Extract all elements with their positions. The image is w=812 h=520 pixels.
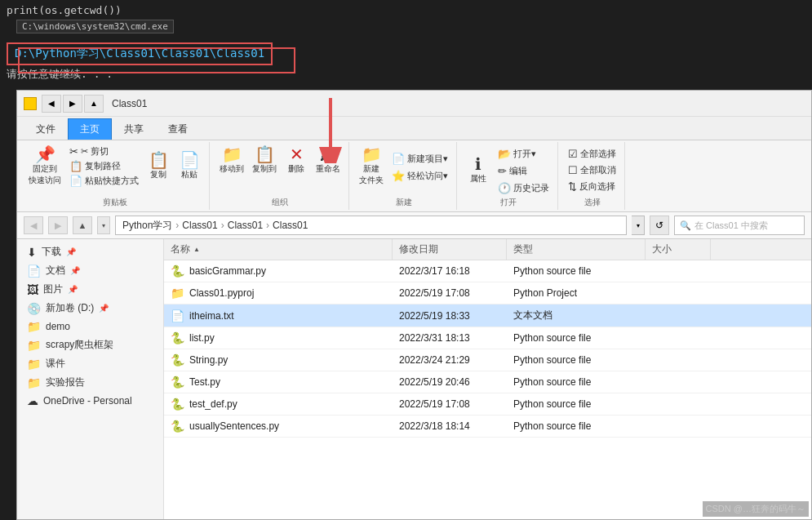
header-type[interactable]: 类型 [507,239,646,260]
file-size [646,356,711,364]
pictures-icon: 🖼 [27,283,38,296]
edit-icon: ✏ [498,165,507,177]
rename-btn[interactable]: 🖊 重命名 [313,144,344,176]
download-icon: ⬇ [27,246,37,259]
path-part-3[interactable]: Class01 [228,220,263,231]
header-date[interactable]: 修改日期 [393,239,507,260]
new-item-label: 新建项目▾ [407,153,448,165]
delete-btn[interactable]: ✕ 删除 [282,144,311,176]
sidebar-item-scrapy[interactable]: 📁 scrapy爬虫框架 [17,336,163,354]
path-part-4[interactable]: Class01 [273,220,308,231]
up-btn[interactable]: ▲ [73,216,92,234]
select-none-icon: ☐ [568,164,578,176]
file-size [646,378,711,386]
sidebar-item-documents[interactable]: 📄 文档 📌 [17,261,163,280]
paste-shortcut-label: 粘贴快捷方式 [85,175,139,187]
header-sort-icon: ▲ [193,246,200,253]
nav-back-btn[interactable]: ◀ [42,95,61,113]
easy-access-label: 轻松访问▾ [407,170,448,182]
open-dropdown-btn[interactable]: 📂 打开▾ [495,147,552,161]
sidebar-item-demo[interactable]: 📁 demo [17,318,163,336]
table-row[interactable]: 🐍 usuallySentences.py 2022/3/18 18:14 Py… [164,416,811,438]
paste-shortcut-btn[interactable]: 📄 粘贴快捷方式 [66,174,142,188]
header-type-label: 类型 [513,242,533,256]
sidebar-item-pictures[interactable]: 🖼 图片 📌 [17,280,163,299]
nav-forward-btn[interactable]: ▶ [63,95,82,113]
table-row[interactable]: 🐍 basicGrammar.py 2022/3/17 16:18 Python… [164,260,811,282]
copy-paste-stack: ✂ ✂ 剪切 📋 复制路径 📄 粘贴快捷方式 [66,144,142,188]
move-to-btn[interactable]: 📁 移动到 [216,144,247,176]
pin-label: 固定到快速访问 [29,163,61,186]
easy-access-btn[interactable]: ⭐ 轻松访问▾ [388,169,451,183]
scrapy-folder-icon: 📁 [27,339,41,352]
select-none-btn[interactable]: ☐ 全部取消 [565,163,619,177]
tab-file[interactable]: 文件 [24,118,68,140]
file-date: 2022/3/17 16:18 [393,261,507,281]
copy-btn[interactable]: 📋 复制 [144,149,173,182]
paste-btn[interactable]: 📄 粘贴 [175,149,204,182]
delete-label: 删除 [288,163,304,175]
nav-up-btn[interactable]: ▲ [84,95,104,113]
new-item-btn[interactable]: 📄 新建项目▾ [388,152,451,166]
properties-label: 属性 [470,173,486,184]
tab-share[interactable]: 共享 [112,118,156,140]
move-icon: 📁 [222,145,242,163]
path-part-1[interactable]: Python学习 [122,219,172,233]
forward-btn[interactable]: ▶ [48,216,68,234]
table-row[interactable]: 🐍 String.py 2022/3/24 21:29 Python sourc… [164,349,811,371]
file-type: Python source file [507,372,646,392]
table-row[interactable]: 📁 Class01.pyproj 2022/5/19 17:08 Python … [164,282,811,304]
sidebar-item-lab-report[interactable]: 📁 实验报告 [17,373,163,392]
properties-btn[interactable]: ℹ 属性 [464,153,493,186]
folder-icon [24,97,37,110]
header-name[interactable]: 名称 ▲ [164,239,393,260]
tab-home[interactable]: 主页 [68,118,112,140]
cut-label: ✂ 剪切 [81,145,109,158]
copy-to-btn[interactable]: 📋 复制到 [249,144,280,176]
sidebar-item-download[interactable]: ⬇ 下载 📌 [17,242,163,261]
file-date: 2022/5/19 20:46 [393,372,507,392]
search-box[interactable]: 🔍 在 Class01 中搜索 [674,216,805,235]
open-row: ℹ 属性 📂 打开▾ ✏ 编辑 🕐 历史记录 [464,144,552,195]
sidebar-item-courseware[interactable]: 📁 课件 [17,354,163,373]
tab-view[interactable]: 查看 [156,118,200,140]
file-name: Test.py [189,376,220,388]
table-row[interactable]: 🐍 list.py 2022/3/31 18:13 Python source … [164,327,811,349]
ribbon-toolbar: 📌 固定到快速访问 ✂ ✂ 剪切 📋 复制路径 [17,140,811,212]
invert-btn[interactable]: ⇅ 反向选择 [565,180,619,193]
file-name-cell: 🐍 usuallySentences.py [164,416,393,437]
title-bar-nav: ◀ ▶ ▲ [42,95,104,113]
table-row[interactable]: 🐍 test_def.py 2022/5/19 17:08 Python sou… [164,393,811,416]
recent-btn[interactable]: ▾ [97,216,110,234]
pin-indicator-download: 📌 [66,247,76,256]
lab-report-folder-icon: 📁 [27,376,41,389]
pin-btn[interactable]: 📌 固定到快速访问 [25,144,64,188]
file-name: String.py [189,354,228,366]
address-path[interactable]: Python学习 › Class01 › Class01 › Class01 [115,216,627,235]
edit-btn[interactable]: ✏ 编辑 [495,164,552,178]
file-type-icon: 🐍 [171,420,184,433]
sidebar-item-drive-d[interactable]: 💿 新加卷 (D:) 📌 [17,299,163,318]
copy-path-btn[interactable]: 📋 复制路径 [66,159,142,173]
sidebar-item-onedrive[interactable]: ☁ OneDrive - Personal [17,392,163,410]
path-sep-3: › [266,220,269,231]
file-date: 2022/3/24 21:29 [393,350,507,370]
select-all-btn[interactable]: ☑ 全部选择 [565,147,619,161]
ribbon-group-organize: 📁 移动到 📋 复制到 ✕ 删除 🖊 重命名 组织 [211,142,349,210]
history-btn[interactable]: 🕐 历史记录 [495,181,552,195]
invert-icon: ⇅ [568,180,577,193]
path-part-2[interactable]: Class01 [182,220,217,231]
new-folder-btn[interactable]: 📁 新建文件夹 [356,144,387,188]
select-label: 选择 [565,195,619,208]
file-size [646,289,711,297]
refresh-btn[interactable]: ↺ [650,216,669,235]
address-dropdown[interactable]: ▾ [632,216,645,235]
back-btn[interactable]: ◀ [24,216,43,234]
table-row[interactable]: 🐍 Test.py 2022/5/19 20:46 Python source … [164,371,811,393]
new-item-stack: 📄 新建项目▾ ⭐ 轻松访问▾ [388,149,451,183]
rename-label: 重命名 [316,163,340,175]
table-row[interactable]: 📄 itheima.txt 2022/5/19 18:33 文本文档 [164,304,811,327]
cut-btn[interactable]: ✂ ✂ 剪切 [66,144,142,158]
new-label: 新建 [356,195,451,208]
header-size[interactable]: 大小 [646,239,711,260]
